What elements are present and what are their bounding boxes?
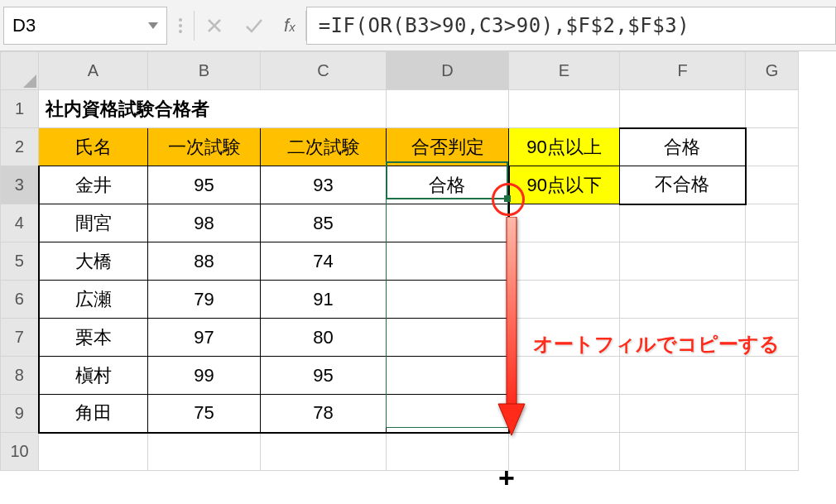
cell-B7[interactable]: 97 [148,319,261,357]
row-header-9[interactable]: 9 [1,395,39,433]
cell-F1[interactable] [620,90,746,128]
cell-D3[interactable]: 合格 [387,166,509,204]
cell-E7[interactable] [509,319,620,357]
cell-E6[interactable] [509,281,620,319]
row-header-2[interactable]: 2 [1,128,39,166]
row-header-10[interactable]: 10 [1,433,39,471]
col-header-D[interactable]: D [387,52,509,90]
col-header-C[interactable]: C [261,52,387,90]
col-header-G[interactable]: G [746,52,799,90]
cell-F7[interactable] [620,319,746,357]
cell-D8[interactable] [387,357,509,395]
cell-G1[interactable] [746,90,799,128]
cell-E5[interactable] [509,242,620,281]
cell-B5[interactable]: 88 [148,242,261,281]
cell-E1[interactable] [509,90,620,128]
cell-C6[interactable]: 91 [261,281,387,319]
cell-G6[interactable] [746,281,799,319]
cell-F5[interactable] [620,242,746,281]
row-header-8[interactable]: 8 [1,357,39,395]
cell-A10[interactable] [39,433,148,471]
cell-F3[interactable]: 不合格 [620,166,746,204]
cell-C10[interactable] [261,433,387,471]
cell-G7[interactable] [746,319,799,357]
cell-B4[interactable]: 98 [148,204,261,242]
fx-icon[interactable]: fx [274,15,305,36]
cell-D6[interactable] [387,281,509,319]
cell-B10[interactable] [148,433,261,471]
name-box-dropdown-icon[interactable] [148,22,158,29]
select-all-corner[interactable] [1,52,39,90]
cell-C5[interactable]: 74 [261,242,387,281]
cell-F10[interactable] [620,433,746,471]
row-header-6[interactable]: 6 [1,281,39,319]
formula-bar: D3 fx =IF(OR(B3>90,C3>90),$F$2,$F$3) [0,0,836,51]
cell-C7[interactable]: 80 [261,319,387,357]
cell-A9[interactable]: 角田 [39,395,148,433]
cell-A6[interactable]: 広瀬 [39,281,148,319]
cell-C3[interactable]: 93 [261,166,387,204]
cell-G8[interactable] [746,357,799,395]
name-box-value: D3 [12,15,36,36]
cell-B9[interactable]: 75 [148,395,261,433]
col-header-B[interactable]: B [148,52,261,90]
cell-E10[interactable] [509,433,620,471]
cell-C8[interactable]: 95 [261,357,387,395]
col-header-A[interactable]: A [39,52,148,90]
cell-F9[interactable] [620,395,746,433]
cell-E2[interactable]: 90点以上 [509,128,620,166]
cell-G4[interactable] [746,204,799,242]
row-header-1[interactable]: 1 [1,90,39,128]
cell-E3[interactable]: 90点以下 [509,166,620,204]
cell-C9[interactable]: 78 [261,395,387,433]
cell-A3[interactable]: 金井 [39,166,148,204]
cell-F8[interactable] [620,357,746,395]
spreadsheet-grid[interactable]: A B C D E F G 1 社内資格試験合格者 2 氏名 一次試験 二次試験… [0,51,836,471]
cell-A7[interactable]: 栗本 [39,319,148,357]
column-header-row: A B C D E F G [1,52,799,90]
col-header-E[interactable]: E [509,52,620,90]
cell-D5[interactable] [387,242,509,281]
col-header-F[interactable]: F [620,52,746,90]
cell-B6[interactable]: 79 [148,281,261,319]
enter-button[interactable] [234,7,274,45]
cell-D7[interactable] [387,319,509,357]
cell-D4[interactable] [387,204,509,242]
cancel-button[interactable] [195,7,234,45]
cell-A4[interactable]: 間宮 [39,204,148,242]
row-header-7[interactable]: 7 [1,319,39,357]
cell-F6[interactable] [620,281,746,319]
cell-B8[interactable]: 99 [148,357,261,395]
row-header-5[interactable]: 5 [1,242,39,281]
cell-E8[interactable] [509,357,620,395]
cell-B2[interactable]: 一次試験 [148,128,261,166]
cell-D9[interactable] [387,395,509,433]
cell-D2[interactable]: 合否判定 [387,128,509,166]
cell-A8[interactable]: 槇村 [39,357,148,395]
row-header-3[interactable]: 3 [1,166,39,204]
cell-E4[interactable] [509,204,620,242]
cell-D10[interactable] [387,433,509,471]
svg-marker-2 [23,74,36,88]
formula-input[interactable]: =IF(OR(B3>90,C3>90),$F$2,$F$3) [306,7,836,45]
cell-G10[interactable] [746,433,799,471]
formula-bar-drag-icon [167,18,194,33]
cell-D1[interactable] [387,90,509,128]
cell-B3[interactable]: 95 [148,166,261,204]
cell-F2[interactable]: 合格 [620,128,746,166]
name-box[interactable]: D3 [3,7,167,45]
cell-A1-title[interactable]: 社内資格試験合格者 [39,90,387,128]
cell-C2[interactable]: 二次試験 [261,128,387,166]
cell-A2[interactable]: 氏名 [39,128,148,166]
cell-F4[interactable] [620,204,746,242]
cell-G2[interactable] [746,128,799,166]
cell-G3[interactable] [746,166,799,204]
row-header-4[interactable]: 4 [1,204,39,242]
cell-E9[interactable] [509,395,620,433]
cell-A5[interactable]: 大橋 [39,242,148,281]
cell-G9[interactable] [746,395,799,433]
cell-C4[interactable]: 85 [261,204,387,242]
cell-G5[interactable] [746,242,799,281]
